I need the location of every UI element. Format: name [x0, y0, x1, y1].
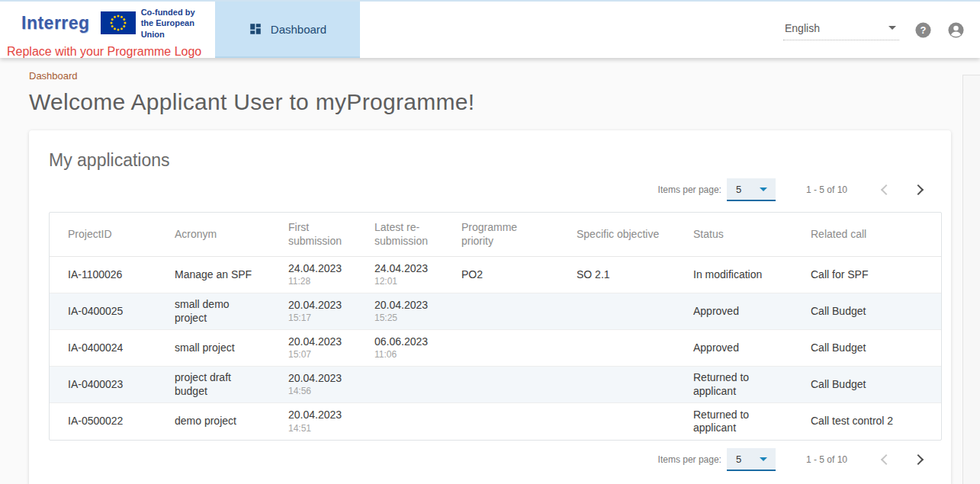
- cell-acronym: demo project: [156, 415, 270, 428]
- items-per-page-label: Items per page:: [658, 184, 721, 195]
- scrollbar-track[interactable]: [962, 75, 980, 484]
- chevron-down-icon: [888, 26, 896, 30]
- column-header-priority: Programme priority: [443, 221, 558, 248]
- cell-project-id: IA-1100026: [50, 268, 156, 282]
- cell-related-call: Call test control 2: [792, 415, 941, 428]
- submission-time: 11:28: [288, 276, 349, 287]
- cell-project-id: IA-0500022: [50, 415, 156, 428]
- page-range-label: 1 - 5 of 10: [806, 184, 847, 195]
- chevron-right-icon: [913, 454, 924, 465]
- items-per-page-label: Items per page:: [658, 454, 721, 465]
- column-header-related-call: Related call: [792, 228, 941, 242]
- cell-status: Approved: [675, 341, 792, 355]
- logo-placeholder-text: Replace with your Programme Logo: [6, 45, 215, 59]
- cell-acronym: Manage an SPF: [156, 268, 270, 282]
- cell-resubmission: 06.06.2023 11:06: [356, 335, 443, 361]
- column-header-first-submission: First submission: [270, 221, 356, 248]
- cell-related-call: Call for SPF: [792, 268, 941, 282]
- items-per-page-select[interactable]: 5: [727, 178, 776, 201]
- previous-page-button[interactable]: [879, 453, 893, 466]
- table-row[interactable]: IA-0400025 small demo project 20.04.2023…: [50, 293, 941, 330]
- column-header-acronym: Acronym: [156, 228, 270, 242]
- table-row[interactable]: IA-0500022 demo project 20.04.2023 14:51…: [50, 403, 941, 440]
- column-header-project-id: ProjectID: [50, 228, 156, 242]
- help-icon[interactable]: ?: [914, 21, 932, 39]
- cell-status: In modification: [675, 268, 792, 282]
- cell-related-call: Call Budget: [792, 341, 941, 355]
- cell-acronym: small demo project: [156, 298, 270, 325]
- tab-dashboard[interactable]: Dashboard: [215, 2, 360, 58]
- cell-related-call: Call Budget: [792, 305, 941, 319]
- cell-related-call: Call Budget: [792, 378, 941, 392]
- submission-time: 15:07: [288, 349, 349, 361]
- cell-first-submission: 20.04.2023 14:51: [270, 409, 356, 434]
- next-page-button[interactable]: [911, 183, 925, 197]
- items-per-page-value: 5: [736, 184, 741, 195]
- eu-cofunded-caption: Co-funded by the European Union: [141, 7, 215, 40]
- items-per-page-select[interactable]: 5: [727, 448, 776, 471]
- cell-priority: PO2: [443, 268, 558, 282]
- language-selected-value: English: [785, 22, 820, 34]
- top-right-actions: English ?: [783, 2, 980, 58]
- eu-flag-icon: [101, 11, 136, 34]
- card-title: My applications: [49, 150, 942, 171]
- page-title: Welcome Applicant User to myProgramme!: [29, 89, 951, 115]
- cell-acronym: project draft budget: [156, 371, 270, 398]
- cell-project-id: IA-0400024: [50, 341, 156, 355]
- dashboard-icon: [249, 22, 262, 36]
- my-applications-card: My applications Items per page: 5 1 - 5 …: [29, 130, 951, 484]
- cell-first-submission: 20.04.2023 15:17: [270, 299, 356, 325]
- previous-page-button[interactable]: [879, 183, 893, 197]
- items-per-page-value: 5: [736, 454, 741, 465]
- paginator-top: Items per page: 5 1 - 5 of 10: [49, 178, 942, 201]
- language-select[interactable]: English: [783, 20, 899, 40]
- paginator-bottom: Items per page: 5 1 - 5 of 10: [49, 448, 942, 471]
- column-header-objective: Specific objective: [558, 228, 675, 242]
- cell-resubmission: [356, 384, 443, 385]
- table-header-row: ProjectID Acronym First submission Lates…: [50, 213, 941, 257]
- programme-logo: Interreg Co-funded by the European Union…: [0, 2, 215, 58]
- submission-time: 14:51: [288, 423, 349, 434]
- cell-resubmission: [356, 421, 443, 422]
- cell-project-id: IA-0400025: [50, 305, 156, 319]
- next-page-button[interactable]: [911, 453, 925, 466]
- cell-objective: SO 2.1: [558, 268, 675, 282]
- submission-date: 20.04.2023: [288, 372, 349, 386]
- cell-status: Returned to applicant: [675, 371, 792, 398]
- page-range-label: 1 - 5 of 10: [806, 454, 847, 465]
- svg-text:?: ?: [921, 24, 927, 36]
- submission-date: 20.04.2023: [288, 335, 349, 349]
- chevron-right-icon: [913, 184, 924, 195]
- column-header-resubmission: Latest re-submission: [356, 221, 443, 248]
- submission-date: 24.04.2023: [288, 262, 349, 276]
- cell-first-submission: 24.04.2023 11:28: [270, 262, 356, 288]
- cell-status: Returned to applicant: [675, 409, 792, 435]
- table-row[interactable]: IA-0400023 project draft budget 20.04.20…: [50, 367, 941, 403]
- resubmission-time: 11:06: [374, 349, 435, 361]
- cell-first-submission: 20.04.2023 14:56: [270, 372, 356, 398]
- resubmission-date: 20.04.2023: [374, 299, 435, 313]
- submission-time: 14:56: [288, 386, 349, 397]
- breadcrumb-dashboard[interactable]: Dashboard: [29, 70, 78, 82]
- resubmission-time: 15:25: [374, 313, 435, 324]
- submission-date: 20.04.2023: [288, 299, 349, 313]
- cell-project-id: IA-0400023: [50, 378, 156, 392]
- table-row[interactable]: IA-1100026 Manage an SPF 24.04.2023 11:2…: [50, 257, 941, 293]
- submission-date: 20.04.2023: [288, 409, 349, 422]
- chevron-down-icon: [760, 457, 767, 461]
- top-bar: Interreg Co-funded by the European Union…: [0, 0, 980, 58]
- chevron-down-icon: [760, 188, 767, 191]
- resubmission-time: 12:01: [374, 276, 435, 287]
- table-row[interactable]: IA-0400024 small project 20.04.2023 15:0…: [50, 330, 941, 367]
- chevron-left-icon: [881, 184, 892, 195]
- column-header-status: Status: [675, 228, 792, 242]
- cell-first-submission: 20.04.2023 15:07: [270, 335, 356, 361]
- user-account-icon[interactable]: [947, 21, 965, 39]
- resubmission-date: 24.04.2023: [374, 262, 435, 276]
- resubmission-date: 06.06.2023: [374, 335, 435, 349]
- breadcrumb[interactable]: Dashboard: [29, 70, 78, 82]
- cell-status: Approved: [675, 305, 792, 319]
- submission-time: 15:17: [288, 313, 349, 324]
- interreg-logo: Interreg: [6, 13, 90, 34]
- chevron-left-icon: [881, 454, 892, 465]
